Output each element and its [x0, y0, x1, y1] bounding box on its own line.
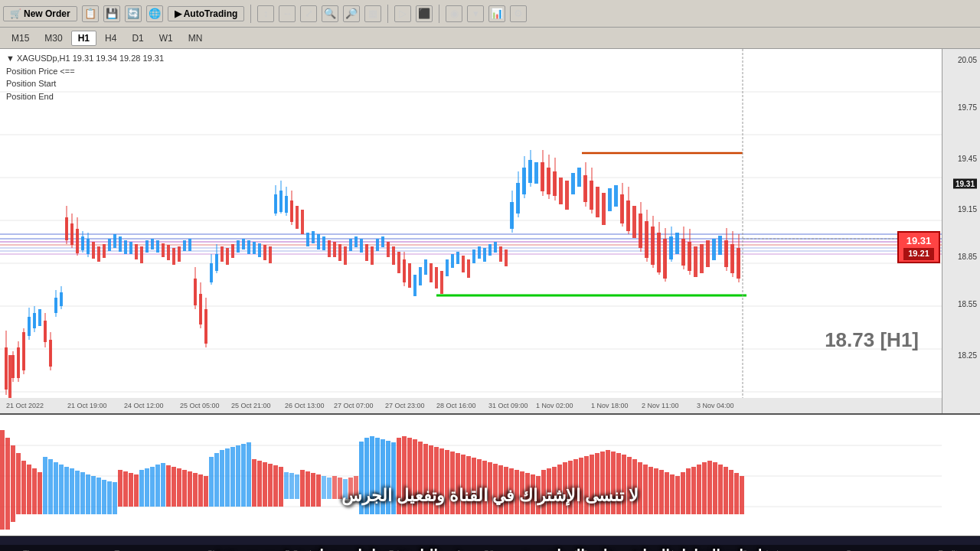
toolbar-icon-8[interactable]: 🔍 — [322, 5, 338, 22]
tab-d1[interactable]: D1 — [125, 31, 150, 46]
svg-rect-163 — [632, 206, 636, 238]
separator-2 — [387, 5, 388, 23]
toolbar-icon-10[interactable]: ▦ — [364, 5, 381, 22]
svg-rect-107 — [371, 246, 374, 265]
tab-h4[interactable]: H4 — [98, 31, 123, 46]
svg-text:25 Oct 05:00: 25 Oct 05:00 — [180, 402, 220, 409]
svg-text:2 Nov 11:00: 2 Nov 11:00 — [642, 402, 679, 409]
svg-rect-95 — [306, 233, 309, 246]
new-order-button[interactable]: 🛒 New Order — [3, 6, 77, 21]
svg-rect-187 — [718, 236, 722, 255]
svg-rect-82 — [258, 243, 261, 257]
auto-trading-button[interactable]: ▶ AutoTrading — [168, 6, 245, 21]
toolbar-icon-16[interactable]: ⚙ — [510, 5, 527, 22]
svg-rect-101 — [338, 244, 341, 261]
svg-text:28 Oct 16:00: 28 Oct 16:00 — [436, 402, 476, 409]
price-19.75: 19.75 — [958, 103, 977, 112]
svg-rect-102 — [344, 246, 347, 265]
svg-rect-112 — [397, 252, 400, 273]
toolbar-icon-2[interactable]: 💾 — [103, 5, 120, 22]
svg-rect-147 — [565, 181, 569, 210]
svg-rect-52 — [124, 240, 127, 254]
toolbar-icon-12[interactable]: ⬛ — [416, 5, 433, 22]
indicator-area — [0, 413, 980, 536]
svg-rect-108 — [376, 239, 379, 251]
svg-text:1 Nov 18:00: 1 Nov 18:00 — [591, 402, 629, 409]
svg-rect-183 — [706, 240, 710, 267]
svg-text:21 Oct 19:00: 21 Oct 19:00 — [67, 402, 107, 409]
tab-w1[interactable]: W1 — [152, 31, 180, 46]
svg-rect-75 — [220, 246, 224, 262]
svg-rect-53 — [129, 242, 132, 254]
svg-text:1 Nov 02:00: 1 Nov 02:00 — [536, 402, 573, 409]
toolbar-icon-14[interactable]: ▾ — [467, 5, 484, 22]
svg-rect-56 — [145, 240, 149, 253]
svg-rect-80 — [247, 240, 250, 254]
toolbar-icon-15[interactable]: 📊 — [488, 5, 505, 22]
svg-rect-49 — [108, 239, 111, 251]
toolbar-icon-3[interactable]: 🔄 — [125, 5, 142, 22]
toolbar-icon-11[interactable]: ▷ — [394, 5, 411, 22]
indicator-svg — [0, 415, 942, 536]
svg-rect-47 — [97, 246, 100, 262]
svg-rect-156 — [602, 193, 606, 225]
svg-rect-106 — [365, 244, 368, 261]
tab-m30[interactable]: M30 — [38, 31, 69, 46]
svg-rect-79 — [242, 239, 245, 249]
svg-rect-125 — [462, 256, 465, 272]
svg-rect-99 — [328, 240, 331, 257]
toolbar-icon-13[interactable]: ◉ — [446, 5, 462, 22]
svg-rect-124 — [456, 252, 459, 264]
svg-rect-146 — [559, 178, 563, 204]
svg-rect-123 — [451, 254, 454, 268]
price-19.45: 19.45 — [958, 154, 977, 162]
tab-mn[interactable]: MN — [181, 31, 210, 46]
price-box: 19.31 19.21 — [897, 231, 940, 263]
svg-rect-111 — [392, 246, 395, 265]
svg-rect-182 — [700, 244, 704, 273]
separator-3 — [439, 5, 439, 23]
autotrading-icon: ▶ — [175, 8, 181, 19]
svg-rect-131 — [494, 242, 497, 253]
svg-rect-50 — [113, 234, 116, 248]
svg-rect-114 — [408, 263, 411, 288]
svg-text:27 Oct 07:00: 27 Oct 07:00 — [334, 402, 374, 409]
tab-h1[interactable]: H1 — [71, 31, 96, 46]
svg-rect-46 — [92, 242, 95, 259]
svg-rect-96 — [312, 231, 315, 243]
svg-rect-104 — [354, 236, 358, 247]
price-20.05: 20.05 — [958, 56, 977, 64]
toolbar-icon-7[interactable]: ⤢ — [300, 5, 317, 22]
price-19.31-current: 19.31 — [953, 179, 977, 189]
toolbar-icon-6[interactable]: ↔ — [279, 5, 296, 22]
svg-rect-60 — [167, 245, 170, 260]
svg-rect-117 — [419, 267, 422, 285]
svg-rect-109 — [381, 236, 384, 247]
svg-rect-177 — [675, 233, 679, 254]
svg-rect-138 — [534, 162, 538, 184]
toolbar-icon-9[interactable]: 🔎 — [343, 5, 360, 22]
svg-rect-186 — [712, 239, 716, 260]
svg-rect-119 — [430, 263, 433, 282]
toolbar-icon-5[interactable]: ↕ — [257, 5, 274, 22]
price-18.25: 18.25 — [958, 350, 977, 359]
bottom-bar: Time Type Size Symbol Price S/L T/P Pric… — [0, 536, 980, 551]
svg-rect-92 — [296, 206, 299, 229]
svg-text:24 Oct 12:00: 24 Oct 12:00 — [124, 402, 164, 409]
svg-rect-83 — [263, 245, 266, 260]
svg-rect-217 — [0, 430, 5, 530]
svg-rect-128 — [478, 246, 481, 259]
svg-rect-93 — [301, 210, 304, 234]
svg-rect-97 — [317, 234, 320, 249]
svg-rect-54 — [135, 244, 138, 259]
separator-1 — [250, 5, 251, 23]
toolbar-icon-1[interactable]: 📋 — [82, 5, 99, 22]
svg-rect-151 — [571, 173, 575, 194]
tab-m15[interactable]: M15 — [5, 31, 36, 46]
toolbar-icon-4[interactable]: 🌐 — [146, 5, 163, 22]
svg-rect-118 — [424, 259, 427, 275]
timeframe-bar: M15 M30 H1 H4 D1 W1 MN — [0, 28, 980, 49]
main-chart-svg: 21 Oct 2022 21 Oct 19:00 24 Oct 12:00 25… — [0, 49, 942, 413]
svg-rect-103 — [349, 239, 352, 251]
svg-rect-57 — [151, 239, 154, 249]
